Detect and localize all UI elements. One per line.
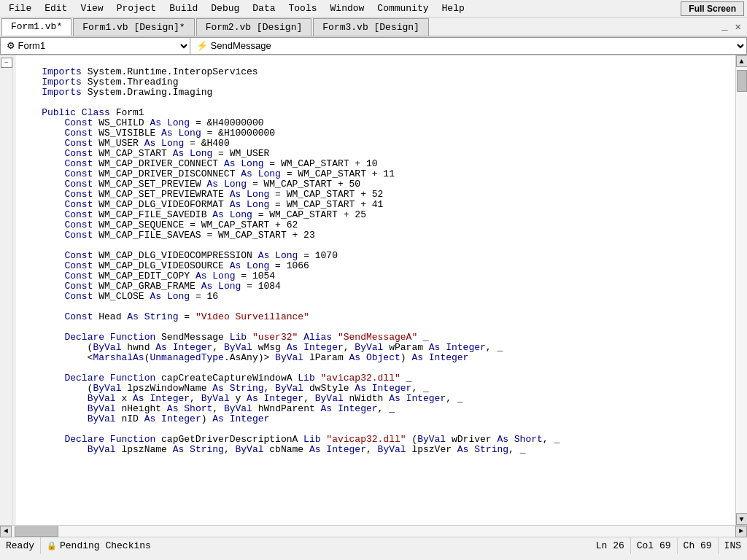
scroll-up-arrow[interactable]: ▲: [736, 55, 748, 67]
code-line: Const WM_CAP_GRAB_FRAME As Long = 1084: [19, 281, 732, 292]
menu-project[interactable]: Project: [111, 1, 163, 15]
code-line: Declare Function capCreateCaptureWindowA…: [19, 373, 732, 384]
left-margin: −: [0, 55, 13, 525]
status-ch: Ch 69: [678, 537, 719, 554]
code-line: (ByVal lpszWindowName As String, ByVal d…: [19, 384, 732, 394]
code-line: Const WM_CAP_START As Long = WM_USER: [19, 149, 732, 159]
code-line: Const WS_CHILD As Long = &H40000000: [19, 118, 732, 128]
menu-file[interactable]: File: [3, 1, 37, 15]
tab-form1-vb[interactable]: Form1.vb*: [1, 18, 71, 36]
code-line: Const WM_CAP_EDIT_COPY As Long = 1054: [19, 271, 732, 281]
menu-build[interactable]: Build: [163, 1, 204, 15]
code-line: Const WM_CAP_DRIVER_CONNECT As Long = WM…: [19, 159, 732, 169]
tab-minimize-button[interactable]: _: [719, 20, 730, 33]
code-line: ByVal x As Integer, ByVal y As Integer, …: [19, 394, 732, 404]
code-line: Const WM_CAP_FILE_SAVEAS = WM_CAP_START …: [19, 230, 732, 241]
status-ln: Ln 26: [590, 537, 631, 554]
tab-row: Form1.vb* Form1.vb [Design]* Form2.vb [D…: [0, 18, 747, 36]
code-line: Const WM_CAP_SET_PREVIEWRATE As Long = W…: [19, 190, 732, 200]
status-col: Col 69: [631, 537, 678, 554]
horizontal-scrollbar: ◄ ►: [0, 525, 747, 537]
menu-window[interactable]: Window: [325, 1, 371, 15]
code-line: Imports System.Threading: [19, 77, 732, 88]
tab-close-area: _ ✕: [719, 20, 747, 33]
fullscreen-button[interactable]: Full Screen: [681, 1, 744, 16]
code-line: Const WM_CAP_FILE_SAVEDIB As Long = WM_C…: [19, 210, 732, 220]
menu-community[interactable]: Community: [371, 1, 434, 15]
code-line: Const WM_CAP_DLG_VIDEOFORMAT As Long = W…: [19, 200, 732, 210]
scroll-track[interactable]: [736, 67, 747, 513]
menu-help[interactable]: Help: [436, 1, 471, 15]
method-dropdown[interactable]: ⚡ SendMessage: [190, 37, 747, 55]
outlining-minus[interactable]: −: [1, 58, 12, 68]
editor-container: − Imports System.Runtime.InteropServices…: [0, 55, 747, 525]
hscroll-thumb[interactable]: [15, 526, 58, 537]
code-line: Public Class Form1: [19, 108, 732, 118]
scroll-thumb[interactable]: [737, 70, 747, 92]
lock-icon: 🔒: [47, 541, 57, 551]
code-line: ByVal nID As Integer) As Integer: [19, 414, 732, 424]
code-line: Imports System.Drawing.Imaging: [19, 88, 732, 98]
code-line: [19, 302, 732, 312]
code-line: [19, 363, 732, 373]
code-line: (ByVal hwnd As Integer, ByVal wMsg As In…: [19, 343, 732, 353]
code-line: [19, 322, 732, 332]
code-line: Const WS_VISIBLE As Long = &H10000000: [19, 128, 732, 139]
hscroll-left-arrow[interactable]: ◄: [0, 526, 12, 537]
tab-close-button[interactable]: ✕: [732, 20, 744, 33]
code-line: Const WM_CAP_DRIVER_DISCONNECT As Long =…: [19, 169, 732, 179]
pending-checkins-label: Pending Checkins: [60, 540, 151, 551]
code-line: [19, 241, 732, 251]
menu-edit[interactable]: Edit: [39, 1, 73, 15]
tab-form2-design[interactable]: Form2.vb [Design]: [196, 18, 312, 36]
tab-form3-design[interactable]: Form3.vb [Design]: [313, 18, 429, 36]
menu-view[interactable]: View: [74, 1, 109, 15]
status-bar: Ready 🔒 Pending Checkins Ln 26 Col 69 Ch…: [0, 537, 747, 554]
code-editor[interactable]: Imports System.Runtime.InteropServices I…: [16, 55, 735, 525]
status-ins: INS: [719, 537, 747, 554]
code-line: [19, 98, 732, 108]
hscroll-track[interactable]: [12, 526, 735, 537]
code-line: [19, 424, 732, 435]
menu-bar: File Edit View Project Build Debug Data …: [0, 0, 747, 18]
code-line: [19, 57, 732, 67]
code-line: Const WM_USER As Long = &H400: [19, 139, 732, 149]
code-line: Declare Function SendMessage Lib "user32…: [19, 332, 732, 343]
status-ready: Ready: [0, 537, 41, 554]
menu-data[interactable]: Data: [247, 1, 281, 15]
code-line: Const WM_CLOSE As Long = 16: [19, 292, 732, 302]
dropdown-row: ⚙ Form1 ⚡ SendMessage: [0, 36, 747, 55]
hscroll-right-arrow[interactable]: ►: [735, 526, 747, 537]
menu-tools[interactable]: Tools: [283, 1, 323, 15]
code-line: Imports System.Runtime.InteropServices: [19, 67, 732, 77]
code-line: Const WM_CAP_DLG_VIDEOSOURCE As Long = 1…: [19, 261, 732, 271]
code-line: ByVal nHeight As Short, ByVal hWndParent…: [19, 404, 732, 414]
code-line: Const WM_CAP_SEQUENCE = WM_CAP_START + 6…: [19, 220, 732, 230]
code-line: Declare Function capGetDriverDescription…: [19, 435, 732, 445]
menu-debug[interactable]: Debug: [205, 1, 245, 15]
class-dropdown[interactable]: ⚙ Form1: [0, 37, 190, 55]
tab-form1-design[interactable]: Form1.vb [Design]*: [73, 18, 194, 36]
pending-checkins-section[interactable]: 🔒 Pending Checkins: [41, 540, 157, 551]
scroll-down-arrow[interactable]: ▼: [736, 513, 748, 525]
code-line: <MarshalAs(UnmanagedType.AsAny)> ByVal l…: [19, 353, 732, 363]
code-line: Const WM_CAP_SET_PREVIEW As Long = WM_CA…: [19, 179, 732, 190]
code-line: ByVal lpszName As String, ByVal cbName A…: [19, 445, 732, 455]
code-line: Const WM_CAP_DLG_VIDEOCOMPRESSION As Lon…: [19, 251, 732, 261]
code-line: Const Head As String = "Video Surveillan…: [19, 312, 732, 322]
vertical-scrollbar: ▲ ▼: [735, 55, 747, 525]
